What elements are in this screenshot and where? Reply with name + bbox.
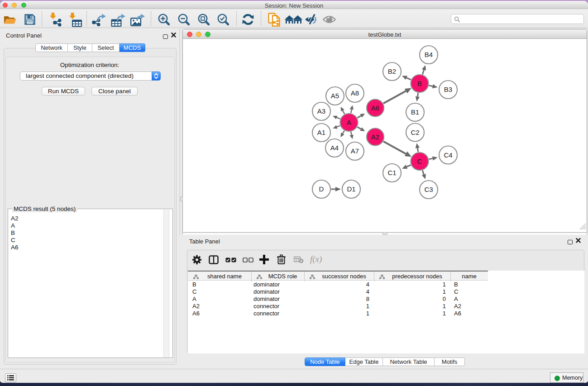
- svg-text:A7: A7: [351, 147, 359, 155]
- svg-text:C3: C3: [424, 186, 433, 193]
- svg-text:C1: C1: [387, 169, 396, 176]
- svg-text:A3: A3: [317, 107, 325, 115]
- svg-text:A5: A5: [331, 92, 339, 100]
- svg-text:A2: A2: [371, 133, 379, 141]
- svg-text:A8: A8: [351, 89, 359, 97]
- svg-text:A1: A1: [317, 129, 325, 136]
- svg-text:A4: A4: [330, 144, 339, 152]
- svg-text:C4: C4: [444, 151, 452, 159]
- svg-text:C2: C2: [411, 129, 419, 136]
- svg-text:B: B: [417, 80, 422, 87]
- svg-text:B3: B3: [444, 86, 452, 93]
- svg-text:A6: A6: [371, 104, 379, 112]
- svg-text:D: D: [319, 185, 324, 193]
- svg-text:C: C: [417, 157, 422, 165]
- svg-text:B1: B1: [411, 108, 419, 116]
- svg-text:D1: D1: [347, 185, 355, 193]
- svg-text:B4: B4: [425, 51, 433, 58]
- svg-text:A: A: [347, 119, 351, 126]
- svg-text:B2: B2: [388, 67, 396, 75]
